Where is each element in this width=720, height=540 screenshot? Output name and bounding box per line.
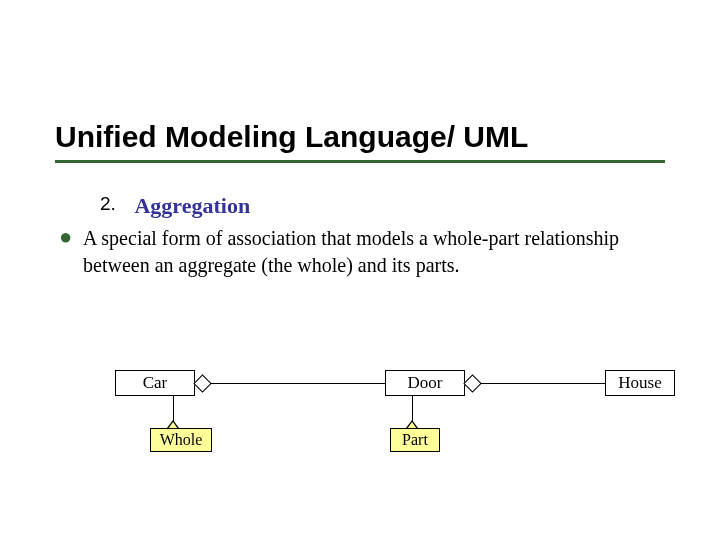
list-number: 2. — [100, 193, 130, 215]
callout-whole: Whole — [150, 428, 212, 452]
class-box-house: House — [605, 370, 675, 396]
slide: Unified Modeling Language/ UML 2. Aggreg… — [0, 0, 720, 540]
callout-part: Part — [390, 428, 440, 452]
class-box-car: Car — [115, 370, 195, 396]
association-line — [210, 383, 385, 384]
description-text: A special form of association that model… — [83, 225, 628, 279]
section-heading: Aggregation — [134, 193, 250, 218]
definition-line: 2. Aggregation — [100, 193, 665, 219]
class-box-door: Door — [385, 370, 465, 396]
page-title: Unified Modeling Language/ UML — [55, 120, 665, 154]
association-line — [480, 383, 605, 384]
aggregation-diamond-icon — [463, 374, 481, 392]
bullet-icon: ● — [55, 225, 83, 249]
bullet-row: ● A special form of association that mod… — [55, 225, 665, 279]
uml-diagram: Car Door House Whole Part — [55, 360, 665, 500]
title-rule — [55, 160, 665, 163]
aggregation-diamond-icon — [193, 374, 211, 392]
